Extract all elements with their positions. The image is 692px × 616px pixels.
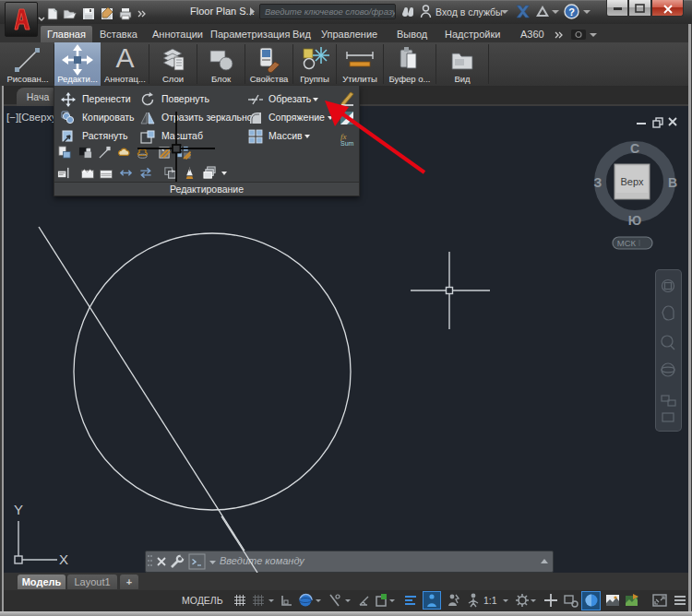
svg-text:?: ? <box>568 6 575 18</box>
